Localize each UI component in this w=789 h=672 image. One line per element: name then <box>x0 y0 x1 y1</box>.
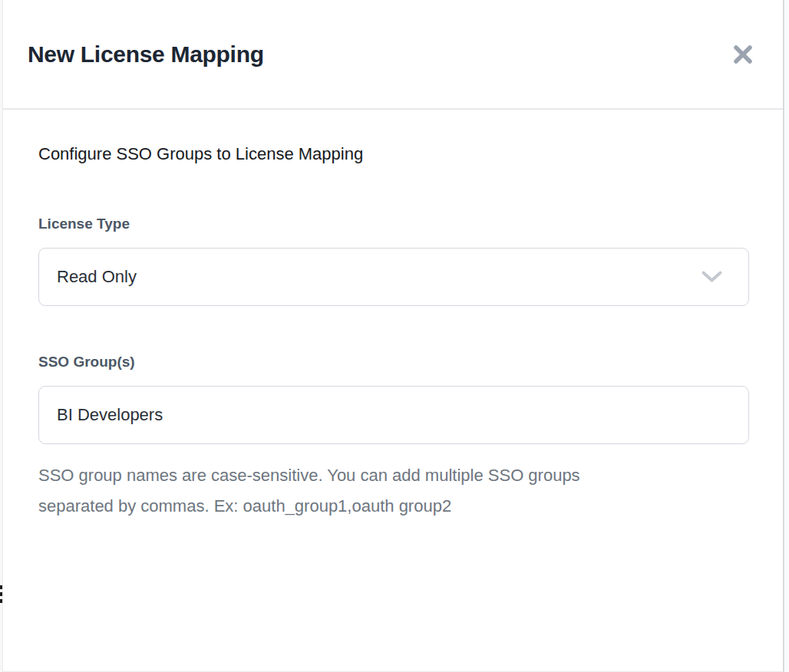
close-icon <box>733 44 753 64</box>
sso-groups-help-line: SSO group names are case-sensitive. You … <box>38 460 749 491</box>
sso-groups-help-line: separated by commas. Ex: oauth_group1,oa… <box>38 491 749 522</box>
sso-groups-label: SSO Group(s) <box>38 354 749 371</box>
sso-groups-input[interactable] <box>38 386 749 444</box>
menu-icon-fragment <box>0 592 2 596</box>
modal-body: Configure SSO Groups to License Mapping … <box>3 143 783 522</box>
sso-groups-help: SSO group names are case-sensitive. You … <box>38 460 749 522</box>
menu-icon-fragment <box>0 599 2 603</box>
chevron-down-icon <box>702 271 722 283</box>
modal-header: New License Mapping <box>3 0 783 110</box>
modal-title: New License Mapping <box>28 41 264 68</box>
license-type-value: Read Only <box>57 267 137 287</box>
background-page-sliver <box>786 0 789 672</box>
new-license-mapping-modal: New License Mapping Configure SSO Groups… <box>3 0 784 672</box>
license-type-label: License Type <box>38 216 749 232</box>
background-page-sliver <box>0 0 3 672</box>
menu-icon-fragment <box>0 585 2 589</box>
form-heading: Configure SSO Groups to License Mapping <box>38 143 749 164</box>
close-button[interactable] <box>729 41 757 68</box>
license-type-select[interactable]: Read Only <box>38 248 749 306</box>
